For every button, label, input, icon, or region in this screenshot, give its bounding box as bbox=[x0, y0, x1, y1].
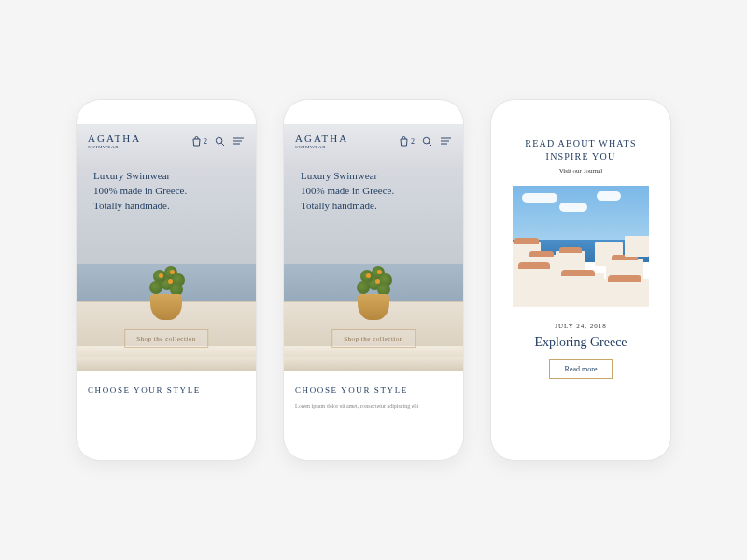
journal-post-date: JULY 24, 2018 bbox=[502, 322, 659, 329]
brand-name: AGATHA bbox=[88, 133, 141, 144]
bag-icon bbox=[399, 135, 409, 147]
svg-line-6 bbox=[429, 143, 431, 146]
phone-mockup-2: Shop the collection AGATHA SWIMWEAR 2 Lu… bbox=[283, 99, 464, 461]
brand-name: AGATHA bbox=[295, 133, 348, 144]
menu-icon[interactable] bbox=[233, 136, 245, 146]
shop-collection-button[interactable]: Shop the collection bbox=[124, 329, 208, 348]
brand-subtitle: SWIMWEAR bbox=[295, 145, 348, 149]
shop-collection-button[interactable]: Shop the collection bbox=[331, 329, 416, 348]
section-description: Lorem ipsum dolor sit amet, consectetur … bbox=[295, 402, 452, 410]
brand-logo[interactable]: AGATHA SWIMWEAR bbox=[88, 133, 141, 149]
cart-button[interactable]: 2 bbox=[191, 135, 207, 147]
read-more-button[interactable]: Read more bbox=[549, 359, 613, 379]
svg-line-1 bbox=[221, 143, 224, 146]
hero-image: Shop the collection bbox=[77, 124, 256, 376]
cart-button[interactable]: 2 bbox=[399, 135, 415, 147]
hero-image: Shop the collection bbox=[284, 124, 463, 376]
choose-style-section: CHOOSE YOUR STYLE Lorem ipsum dolor sit … bbox=[284, 374, 463, 421]
header: AGATHA SWIMWEAR 2 bbox=[77, 124, 256, 158]
cart-count: 2 bbox=[204, 137, 207, 146]
journal-image[interactable] bbox=[513, 186, 649, 307]
journal-post-title[interactable]: Exploring Greece bbox=[502, 335, 659, 350]
menu-icon[interactable] bbox=[440, 136, 452, 146]
phone-mockup-1: Shop the collection AGATHA SWIMWEAR 2 Lu… bbox=[76, 99, 257, 461]
hero-copy: Luxury Swimwear 100% made in Greece. Tot… bbox=[301, 169, 446, 214]
brand-logo[interactable]: AGATHA SWIMWEAR bbox=[295, 133, 348, 149]
hero-line-3: Totally handmade. bbox=[93, 199, 239, 214]
screen-home: Shop the collection AGATHA SWIMWEAR 2 Lu… bbox=[77, 124, 256, 440]
journal-heading-line1: READ ABOUT WHATS bbox=[502, 137, 659, 150]
section-title: CHOOSE YOUR STYLE bbox=[295, 385, 452, 395]
svg-point-5 bbox=[423, 137, 430, 144]
hero-copy: Luxury Swimwear 100% made in Greece. Tot… bbox=[93, 169, 239, 214]
hero-line-1: Luxury Swimwear bbox=[93, 169, 239, 184]
screen-journal: READ ABOUT WHATS INSPIRE YOU Visit our J… bbox=[491, 124, 670, 440]
brand-subtitle: SWIMWEAR bbox=[88, 145, 141, 149]
section-title: CHOOSE YOUR STYLE bbox=[88, 385, 245, 395]
cart-count: 2 bbox=[411, 137, 415, 146]
hero-line-2: 100% made in Greece. bbox=[93, 184, 239, 199]
search-icon[interactable] bbox=[215, 136, 225, 147]
hero-line-2: 100% made in Greece. bbox=[301, 184, 446, 199]
search-icon[interactable] bbox=[422, 136, 432, 147]
svg-point-0 bbox=[216, 137, 222, 144]
phone-mockup-3: READ ABOUT WHATS INSPIRE YOU Visit our J… bbox=[490, 99, 671, 461]
screen-home-scrolled: Shop the collection AGATHA SWIMWEAR 2 Lu… bbox=[284, 124, 463, 440]
hero-line-3: Totally handmade. bbox=[301, 199, 446, 214]
journal-subtitle: Visit our Journal bbox=[502, 167, 659, 175]
journal-heading-line2: INSPIRE YOU bbox=[502, 150, 659, 163]
bag-icon bbox=[191, 135, 202, 147]
choose-style-section: CHOOSE YOUR STYLE bbox=[77, 374, 256, 406]
header: AGATHA SWIMWEAR 2 bbox=[284, 124, 463, 158]
hero-line-1: Luxury Swimwear bbox=[301, 169, 446, 184]
